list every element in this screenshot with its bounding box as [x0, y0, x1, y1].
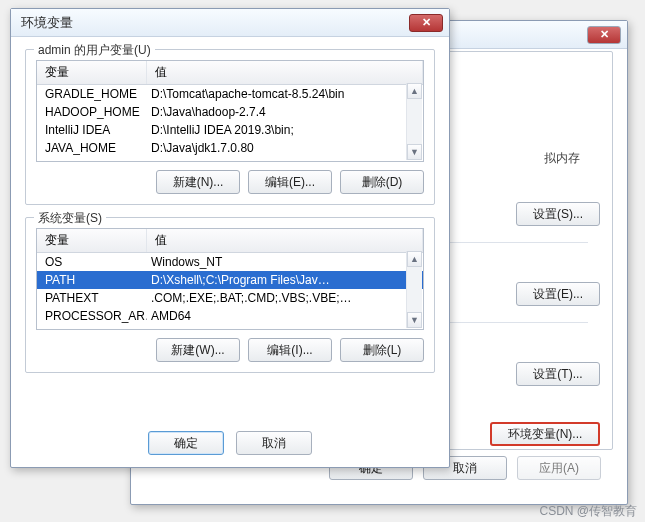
list-item[interactable]: PROCESSOR_AR… AMD64 [37, 307, 423, 325]
close-icon: ✕ [422, 17, 431, 28]
list-item[interactable]: IntelliJ IDEA D:\IntelliJ IDEA 2019.3\bi… [37, 121, 423, 139]
var-name: OS [37, 253, 147, 271]
system-list-header: 变量 值 [37, 229, 423, 253]
back-close-button[interactable]: ✕ [587, 26, 621, 44]
front-close-button[interactable]: ✕ [409, 14, 443, 32]
var-value: .COM;.EXE;.BAT;.CMD;.VBS;.VBE;… [147, 289, 423, 307]
front-titlebar: 环境变量 ✕ [11, 9, 449, 37]
system-edit-button[interactable]: 编辑(I)... [248, 338, 332, 362]
var-value: D:\Tomcat\apache-tomcat-8.5.24\bin [147, 85, 423, 103]
back-apply-button[interactable]: 应用(A) [517, 456, 601, 480]
col-name[interactable]: 变量 [37, 61, 147, 84]
settings-e-button[interactable]: 设置(E)... [516, 282, 600, 306]
list-item[interactable]: JAVA_HOME D:\Java\jdk1.7.0.80 [37, 139, 423, 157]
var-value: D:\Java\hadoop-2.7.4 [147, 103, 423, 121]
list-item[interactable]: HADOOP_HOME D:\Java\hadoop-2.7.4 [37, 103, 423, 121]
system-variables-group: 系统变量(S) 变量 值 OS Windows_NT PATH D:\Xshel… [25, 217, 435, 373]
system-new-button[interactable]: 新建(W)... [156, 338, 240, 362]
user-list-header: 变量 值 [37, 61, 423, 85]
close-icon: ✕ [600, 29, 609, 40]
var-value: AMD64 [147, 307, 423, 325]
user-variables-list[interactable]: 变量 值 GRADLE_HOME D:\Tomcat\apache-tomcat… [36, 60, 424, 162]
settings-s-button[interactable]: 设置(S)... [516, 202, 600, 226]
var-value: D:\Xshell\;C:\Program Files\Jav… [147, 271, 423, 289]
col-value[interactable]: 值 [147, 229, 423, 252]
virtual-memory-label: 拟内存 [532, 142, 592, 175]
col-value[interactable]: 值 [147, 61, 423, 84]
var-value: D:\IntelliJ IDEA 2019.3\bin; [147, 121, 423, 139]
user-scrollbar[interactable]: ▲ ▼ [406, 83, 422, 160]
list-item-selected[interactable]: PATH D:\Xshell\;C:\Program Files\Jav… [37, 271, 423, 289]
scroll-up-icon[interactable]: ▲ [407, 83, 422, 99]
var-name: PATH [37, 271, 147, 289]
scroll-down-icon[interactable]: ▼ [407, 144, 422, 160]
front-bottom-buttons: 确定 取消 [11, 431, 449, 455]
system-scrollbar[interactable]: ▲ ▼ [406, 251, 422, 328]
col-name[interactable]: 变量 [37, 229, 147, 252]
user-new-button[interactable]: 新建(N)... [156, 170, 240, 194]
front-title: 环境变量 [21, 14, 73, 32]
user-variables-group: admin 的用户变量(U) 变量 值 GRADLE_HOME D:\Tomca… [25, 49, 435, 205]
user-edit-button[interactable]: 编辑(E)... [248, 170, 332, 194]
var-name: JAVA_HOME [37, 139, 147, 157]
user-rows: GRADLE_HOME D:\Tomcat\apache-tomcat-8.5.… [37, 85, 423, 157]
var-name: HADOOP_HOME [37, 103, 147, 121]
environment-variables-window: 环境变量 ✕ admin 的用户变量(U) 变量 值 GRADLE_HOME D… [10, 8, 450, 468]
system-delete-button[interactable]: 删除(L) [340, 338, 424, 362]
settings-t-button[interactable]: 设置(T)... [516, 362, 600, 386]
var-name: GRADLE_HOME [37, 85, 147, 103]
system-rows: OS Windows_NT PATH D:\Xshell\;C:\Program… [37, 253, 423, 325]
ok-button[interactable]: 确定 [148, 431, 224, 455]
watermark: CSDN @传智教育 [539, 503, 637, 520]
var-name: PATHEXT [37, 289, 147, 307]
var-value: D:\Java\jdk1.7.0.80 [147, 139, 423, 157]
system-group-legend: 系统变量(S) [34, 210, 106, 227]
front-body: admin 的用户变量(U) 变量 值 GRADLE_HOME D:\Tomca… [11, 37, 449, 397]
environment-variables-button[interactable]: 环境变量(N)... [490, 422, 600, 446]
user-buttons: 新建(N)... 编辑(E)... 删除(D) [36, 170, 424, 194]
user-group-legend: admin 的用户变量(U) [34, 42, 155, 59]
cancel-button[interactable]: 取消 [236, 431, 312, 455]
var-value: Windows_NT [147, 253, 423, 271]
user-delete-button[interactable]: 删除(D) [340, 170, 424, 194]
scroll-up-icon[interactable]: ▲ [407, 251, 422, 267]
system-buttons: 新建(W)... 编辑(I)... 删除(L) [36, 338, 424, 362]
list-item[interactable]: PATHEXT .COM;.EXE;.BAT;.CMD;.VBS;.VBE;… [37, 289, 423, 307]
list-item[interactable]: OS Windows_NT [37, 253, 423, 271]
var-name: IntelliJ IDEA [37, 121, 147, 139]
var-name: PROCESSOR_AR… [37, 307, 147, 325]
list-item[interactable]: GRADLE_HOME D:\Tomcat\apache-tomcat-8.5.… [37, 85, 423, 103]
scroll-down-icon[interactable]: ▼ [407, 312, 422, 328]
system-variables-list[interactable]: 变量 值 OS Windows_NT PATH D:\Xshell\;C:\Pr… [36, 228, 424, 330]
